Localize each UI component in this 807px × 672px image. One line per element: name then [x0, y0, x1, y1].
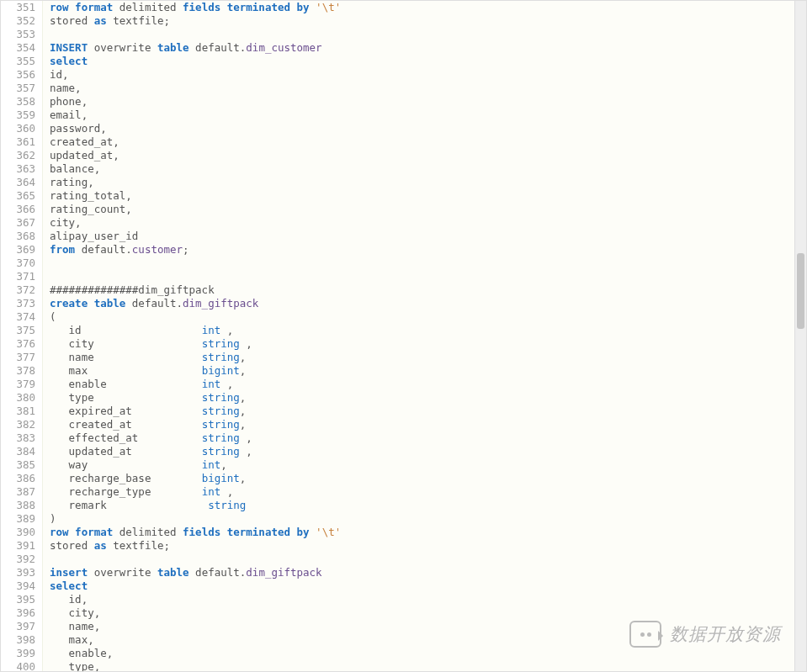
line-number: 365	[6, 189, 35, 203]
code-line: alipay_user_id	[50, 230, 806, 243]
code-line	[50, 553, 806, 566]
line-number: 370	[6, 257, 35, 270]
code-line: select	[50, 55, 806, 68]
line-number: 364	[6, 176, 35, 189]
line-number: 361	[6, 135, 35, 149]
code-line: remark string	[50, 499, 806, 512]
wechat-icon	[629, 621, 661, 648]
code-line: balance,	[50, 162, 806, 176]
line-number: 363	[6, 162, 35, 176]
code-line: rating_count,	[50, 203, 806, 216]
code-line	[50, 257, 806, 270]
line-number: 384	[6, 445, 35, 458]
line-number-gutter: 3513523533543553563573583593603613623633…	[1, 1, 43, 671]
code-line: type string,	[50, 391, 806, 405]
line-number: 393	[6, 566, 35, 579]
line-number: 385	[6, 458, 35, 472]
watermark: 数据开放资源	[629, 621, 781, 648]
code-line: password,	[50, 122, 806, 135]
line-number: 375	[6, 324, 35, 337]
code-line: recharge_base bigint,	[50, 472, 806, 485]
code-line: rating,	[50, 176, 806, 189]
line-number: 387	[6, 485, 35, 499]
line-number: 399	[6, 647, 35, 660]
code-line: id,	[50, 68, 806, 82]
code-content: row format delimited fields terminated b…	[50, 1, 806, 671]
line-number: 376	[6, 337, 35, 351]
code-line: select	[50, 579, 806, 593]
vertical-scrollbar[interactable]	[794, 1, 806, 671]
code-line: id int ,	[50, 324, 806, 337]
line-number: 378	[6, 364, 35, 378]
line-number: 390	[6, 526, 35, 539]
code-line: recharge_type int ,	[50, 485, 806, 499]
line-number: 371	[6, 270, 35, 283]
code-line: INSERT overwrite table default.dim_custo…	[50, 41, 806, 55]
code-line: max bigint,	[50, 364, 806, 378]
code-line: updated_at string ,	[50, 445, 806, 458]
code-editor: 3513523533543553563573583593603613623633…	[0, 0, 807, 672]
code-line: name,	[50, 82, 806, 95]
code-line: phone,	[50, 95, 806, 108]
line-number: 397	[6, 620, 35, 633]
line-number: 380	[6, 391, 35, 405]
line-number: 352	[6, 14, 35, 28]
line-number: 362	[6, 149, 35, 162]
code-line: city,	[50, 606, 806, 620]
line-number: 389	[6, 512, 35, 526]
line-number: 383	[6, 431, 35, 445]
code-line: row format delimited fields terminated b…	[50, 526, 806, 539]
code-line: create table default.dim_giftpack	[50, 297, 806, 310]
line-number: 382	[6, 418, 35, 431]
code-line: enable,	[50, 647, 806, 660]
line-number: 400	[6, 660, 35, 672]
line-number: 359	[6, 108, 35, 122]
code-line: created_at,	[50, 135, 806, 149]
code-line: ##############dim_giftpack	[50, 283, 806, 297]
line-number: 368	[6, 230, 35, 243]
line-number: 395	[6, 593, 35, 606]
line-number: 377	[6, 351, 35, 364]
code-line: enable int ,	[50, 378, 806, 391]
code-line: row format delimited fields terminated b…	[50, 1, 806, 14]
line-number: 394	[6, 579, 35, 593]
code-line: name string,	[50, 351, 806, 364]
line-number: 366	[6, 203, 35, 216]
code-line: rating_total,	[50, 189, 806, 203]
watermark-text: 数据开放资源	[670, 627, 781, 641]
line-number: 367	[6, 216, 35, 230]
line-number: 379	[6, 378, 35, 391]
code-line: stored as textfile;	[50, 539, 806, 553]
line-number: 354	[6, 41, 35, 55]
code-line: effected_at string ,	[50, 431, 806, 445]
line-number: 373	[6, 297, 35, 310]
line-number: 351	[6, 1, 35, 14]
code-area[interactable]: row format delimited fields terminated b…	[43, 1, 806, 671]
line-number: 357	[6, 82, 35, 95]
code-line: insert overwrite table default.dim_giftp…	[50, 566, 806, 579]
line-number: 356	[6, 68, 35, 82]
line-number: 353	[6, 28, 35, 41]
code-line: created_at string,	[50, 418, 806, 431]
code-line: type,	[50, 660, 806, 671]
code-line: id,	[50, 593, 806, 606]
code-line	[50, 28, 806, 41]
code-line: city string ,	[50, 337, 806, 351]
line-number: 355	[6, 55, 35, 68]
line-number: 381	[6, 405, 35, 418]
code-line: city,	[50, 216, 806, 230]
line-number: 374	[6, 310, 35, 324]
line-number: 391	[6, 539, 35, 553]
code-line: (	[50, 310, 806, 324]
line-number: 386	[6, 472, 35, 485]
line-number: 388	[6, 499, 35, 512]
scrollbar-thumb[interactable]	[797, 253, 804, 329]
code-line: expired_at string,	[50, 405, 806, 418]
code-line: updated_at,	[50, 149, 806, 162]
code-line: way int,	[50, 458, 806, 472]
line-number: 358	[6, 95, 35, 108]
line-number: 372	[6, 283, 35, 297]
code-line: )	[50, 512, 806, 526]
line-number: 369	[6, 243, 35, 257]
code-line	[50, 270, 806, 283]
